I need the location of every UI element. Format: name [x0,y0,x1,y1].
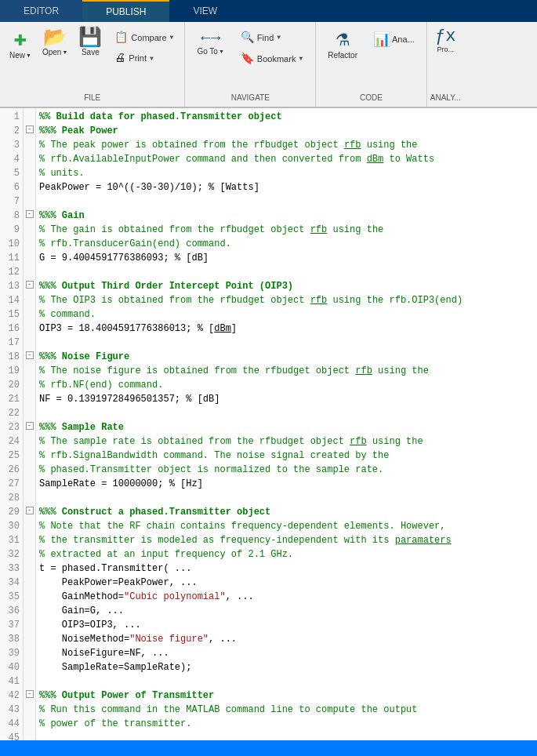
tab-bar: EDITOR PUBLISH VIEW [0,0,537,22]
line-number: 34 [3,576,20,590]
tab-editor[interactable]: EDITOR [0,0,82,22]
find-button[interactable]: 🔍 Find ▼ [236,28,307,46]
code-comment: to Watts [383,152,434,166]
line-number: 30 [3,519,20,533]
compare-button[interactable]: 📋 Compare ▼ [110,28,178,46]
save-button[interactable]: 💾 Save [74,25,107,60]
fold-spacer [24,391,35,405]
code-line: % Note that the RF chain contains freque… [39,519,534,533]
line-number: 31 [3,533,20,547]
line-number: 12 [3,265,20,279]
fold-spacer [24,249,35,264]
code-normal: t = phased.Transmitter( ... [39,562,191,576]
code-string: "Cubic polynomial" [124,590,226,604]
new-label: New ▼ [9,51,31,60]
line-number: 38 [3,632,20,646]
line-number: 2 [3,124,20,138]
code-comment: % rfb.SignalBandwidth command. The noise… [39,449,389,463]
code-section: %%% Noise Figure [39,350,129,364]
code-line [39,731,534,740]
fold-spacer [24,405,35,419]
line-number: 9 [3,223,20,237]
line-number: 26 [3,463,20,477]
code-string: "Noise figure" [129,632,209,646]
line-number: 22 [3,406,20,420]
find-arrow: ▼ [277,34,281,41]
code-line: % rfb.SignalBandwidth command. The noise… [39,449,534,463]
refactor-button[interactable]: ⚗ Refactor [322,25,363,64]
fold-marker[interactable]: - [26,281,34,289]
code-section: %% Build data for phased.Transmitter obj… [39,110,282,124]
line-number: 45 [3,731,20,740]
code-line: % rfb.AvailableInputPower command and th… [39,152,534,166]
file-section-label: FILE [84,93,100,104]
code-comment: % phased.Transmitter object is normalize… [39,463,383,477]
goto-button[interactable]: ← → Go To ▼ [191,25,229,60]
line-number: 4 [3,152,20,166]
fold-spacer [24,461,35,475]
line-number: 42 [3,689,20,703]
code-line: % power of the transmitter. [39,717,534,731]
new-icon: ✚ [14,29,27,51]
open-button[interactable]: 📂 Open ▼ [38,25,72,60]
code-line: %%% Output Power of Transmitter [39,689,534,703]
code-comment-underline: rfb [310,223,328,237]
fold-spacer [24,306,35,320]
line-number: 3 [3,138,20,152]
fold-spacer [24,631,35,645]
goto-label: Go To ▼ [197,47,223,56]
code-line: OIP3=OIP3, ... [39,618,534,632]
line-number: 20 [3,378,20,392]
fold-marker[interactable]: - [26,690,34,698]
fold-spacer [24,221,35,235]
code-line: %%% Construct a phased.Transmitter objec… [39,505,534,519]
code-line: PeakPower=PeakPower, ... [39,576,534,590]
fold-marker[interactable]: - [26,125,34,133]
fold-marker[interactable]: - [26,422,34,430]
pro-button[interactable]: ƒx Pro... [432,25,459,56]
code-comment: % The sample rate is obtained from the r… [39,434,350,449]
code-section: %%% Gain [39,209,85,223]
line-number: 10 [3,237,20,251]
bookmark-icon: 🔖 [241,52,254,65]
fold-spacer [24,673,35,687]
fold-spacer [24,179,35,193]
line-number: 14 [3,293,20,307]
open-icon: 📂 [43,29,67,48]
code-line: SampleRate=SampleRate); [39,660,534,674]
print-button[interactable]: 🖨 Print ▼ [110,49,178,67]
code-content[interactable]: %% Build data for phased.Transmitter obj… [36,108,537,740]
fold-spacer [24,447,35,461]
pro-icon: ƒx [435,28,455,45]
code-line: % The sample rate is obtained from the r… [39,434,534,449]
line-number: 8 [3,209,20,223]
code-comment: % extracted at an input frequency of 2.1… [39,547,293,562]
tab-view[interactable]: VIEW [169,0,241,22]
fold-marker[interactable]: - [26,351,34,359]
analyze-button[interactable]: 📊 Ana... [369,28,419,50]
code-line: % phased.Transmitter object is normalize… [39,463,534,477]
code-normal: NoiseFigure=NF, ... [39,646,169,660]
fold-spacer [24,475,35,489]
code-line: NF = 0.13919728496501357; % [dB] [39,392,534,406]
code-comment: % The OIP3 is obtained from the rfbudget… [39,293,310,307]
code-section: %%% Sample Rate [39,420,124,434]
fold-spacer [24,136,35,151]
code-normal: SampleRate=SampleRate); [39,660,191,674]
code-line: % rfb.NF(end) command. [39,378,534,392]
code-line: % command. [39,307,534,322]
code-line: % The noise figure is obtained from the … [39,364,534,378]
fold-spacer [24,320,35,334]
code-line: % rfb.TransducerGain(end) command. [39,237,534,251]
save-icon: 💾 [78,29,102,48]
code-comment: using the [372,364,429,378]
tab-publish[interactable]: PUBLISH [82,0,169,22]
code-line: %% Build data for phased.Transmitter obj… [39,110,534,124]
code-comment: % The gain is obtained from the rfbudget… [39,223,310,237]
new-button[interactable]: ✚ New ▼ [5,25,36,64]
compare-icon: 📋 [114,31,128,44]
code-line [39,194,534,209]
fold-marker[interactable]: - [26,210,34,218]
fold-marker[interactable]: - [26,507,34,514]
bookmark-button[interactable]: 🔖 Bookmark ▼ [236,49,307,67]
